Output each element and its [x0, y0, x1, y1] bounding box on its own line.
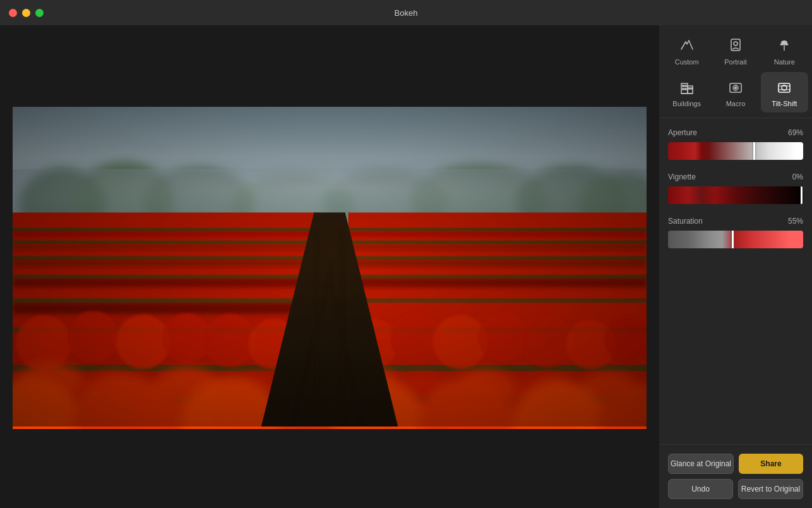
- svg-rect-82: [683, 88, 684, 90]
- svg-rect-84: [689, 88, 690, 89]
- tilt-shift-icon: [775, 78, 793, 96]
- svg-rect-80: [683, 85, 684, 87]
- mode-buildings[interactable]: Buildings: [663, 72, 710, 112]
- saturation-slider[interactable]: [668, 231, 803, 248]
- undo-button[interactable]: Undo: [668, 479, 733, 499]
- aperture-header: Aperture 69%: [668, 128, 803, 137]
- svg-point-88: [734, 87, 736, 89]
- buildings-label: Buildings: [672, 100, 701, 107]
- svg-rect-81: [685, 85, 686, 87]
- portrait-label: Portrait: [724, 58, 746, 66]
- custom-label: Custom: [675, 58, 699, 66]
- controls-area: Aperture 69% Vignette 0%: [659, 118, 812, 444]
- main-content: Custom Portrait: [0, 25, 812, 508]
- vignette-header: Vignette 0%: [668, 172, 803, 181]
- svg-rect-83: [685, 88, 686, 90]
- close-button[interactable]: [9, 9, 17, 17]
- macro-icon: [727, 78, 744, 96]
- svg-rect-78: [688, 86, 693, 94]
- revert-button[interactable]: Revert to Original: [738, 479, 803, 499]
- maximize-button[interactable]: [35, 9, 44, 17]
- aperture-label: Aperture: [668, 128, 697, 137]
- macro-label: Macro: [726, 100, 746, 107]
- app-title: Bokeh: [395, 8, 418, 18]
- vignette-value: 0%: [792, 172, 803, 181]
- image-area: [0, 25, 659, 508]
- saturation-control: Saturation 55%: [668, 217, 803, 248]
- glance-button[interactable]: Glance at Original: [668, 454, 734, 474]
- saturation-value: 55%: [788, 217, 803, 226]
- custom-icon: [678, 37, 696, 54]
- svg-rect-85: [691, 88, 693, 89]
- saturation-thumb[interactable]: [732, 231, 734, 248]
- vignette-label: Vignette: [668, 172, 696, 181]
- bottom-area: Glance at Original Share Undo Revert to …: [659, 444, 812, 508]
- aperture-value: 69%: [788, 128, 803, 137]
- traffic-lights: [9, 9, 44, 17]
- buttons-row1: Glance at Original Share: [668, 454, 803, 474]
- portrait-icon: [727, 37, 744, 54]
- share-button[interactable]: Share: [739, 454, 803, 474]
- minimize-button[interactable]: [22, 9, 30, 17]
- buildings-icon: [678, 78, 696, 96]
- svg-point-76: [734, 42, 737, 45]
- titlebar: Bokeh: [0, 0, 812, 25]
- svg-rect-89: [779, 83, 790, 92]
- saturation-header: Saturation 55%: [668, 217, 803, 226]
- tilt-shift-label: Tilt-Shift: [772, 100, 797, 107]
- vignette-control: Vignette 0%: [668, 172, 803, 204]
- mode-portrait[interactable]: Portrait: [712, 30, 759, 71]
- aperture-control: Aperture 69%: [668, 128, 803, 160]
- mode-custom[interactable]: Custom: [663, 30, 710, 71]
- saturation-label: Saturation: [668, 217, 703, 226]
- buttons-row2: Undo Revert to Original: [668, 479, 803, 499]
- photo-container: [13, 38, 647, 495]
- aperture-slider[interactable]: [668, 142, 803, 160]
- photo: [13, 104, 647, 429]
- vignette-thumb[interactable]: [801, 186, 803, 204]
- vignette-slider[interactable]: [668, 186, 803, 204]
- nature-label: Nature: [774, 58, 795, 66]
- mode-macro[interactable]: Macro: [712, 72, 759, 112]
- aperture-thumb[interactable]: [753, 142, 755, 160]
- svg-rect-74: [13, 107, 647, 426]
- mode-selector: Custom Portrait: [659, 25, 812, 118]
- mode-nature[interactable]: Nature: [761, 30, 808, 71]
- right-panel: Custom Portrait: [659, 25, 812, 508]
- nature-icon: [775, 37, 793, 54]
- mode-tilt-shift[interactable]: Tilt-Shift: [761, 72, 808, 112]
